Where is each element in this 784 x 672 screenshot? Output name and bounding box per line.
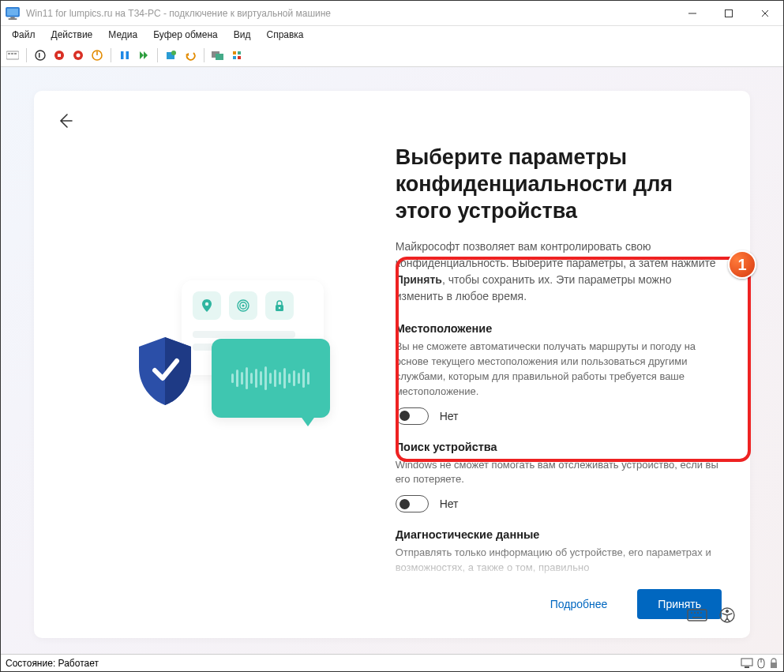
menu-help[interactable]: Справка: [258, 28, 311, 42]
menu-bar: Файл Действие Медиа Буфер обмена Вид Спр…: [1, 26, 783, 43]
settings-list: Местоположение Вы не сможете автоматичес…: [396, 314, 722, 581]
svg-rect-2: [10, 17, 14, 18]
status-bar: Состояние: Работает: [1, 654, 783, 671]
svg-rect-8: [6, 51, 19, 59]
svg-rect-31: [233, 56, 236, 59]
svg-point-25: [171, 51, 176, 55]
svg-marker-22: [140, 51, 144, 59]
checkpoint-button[interactable]: [164, 48, 178, 62]
status-label: Состояние:: [6, 658, 55, 669]
setting-description: Windows не сможет помогать вам отслежива…: [396, 458, 722, 488]
find-device-toggle[interactable]: [396, 495, 429, 512]
svg-rect-47: [741, 659, 752, 666]
status-monitor-icon: [741, 658, 753, 669]
window-title: Win11 for lumpics.ru на T34-PC - подключ…: [26, 8, 674, 19]
toggle-state-label: Нет: [440, 410, 459, 422]
oobe-panel: Выберите параметры конфиденциальности дл…: [34, 91, 750, 638]
location-toggle[interactable]: [396, 407, 429, 425]
svg-rect-30: [238, 51, 241, 54]
setting-title: Местоположение: [396, 322, 722, 335]
enhanced-session-button[interactable]: [211, 48, 225, 62]
vm-display: Выберите параметры конфиденциальности дл…: [1, 67, 783, 654]
svg-rect-11: [14, 53, 17, 54]
svg-rect-15: [58, 54, 61, 57]
app-icon: [6, 7, 20, 20]
svg-point-12: [36, 51, 45, 60]
intro-text: Майкрософт позволяет вам контролировать …: [396, 238, 722, 305]
start-button[interactable]: [33, 48, 47, 62]
svg-rect-9: [8, 53, 10, 54]
svg-rect-3: [9, 18, 17, 20]
shield-check-icon: [134, 336, 196, 407]
svg-rect-48: [745, 666, 749, 668]
pause-button[interactable]: [118, 48, 132, 62]
status-lock-icon: [769, 658, 778, 669]
svg-point-33: [205, 302, 208, 305]
svg-point-46: [726, 610, 728, 612]
menu-action[interactable]: Действие: [43, 28, 101, 42]
svg-rect-39: [688, 610, 707, 621]
menu-view[interactable]: Вид: [226, 28, 259, 42]
svg-rect-32: [238, 56, 241, 59]
annotation-badge: 1: [728, 250, 756, 279]
svg-rect-10: [11, 53, 13, 54]
setting-diagnostics: Диагностические данные Отправлять только…: [396, 520, 722, 581]
svg-point-38: [279, 306, 281, 309]
reset-button[interactable]: [137, 48, 151, 62]
share-button[interactable]: [230, 48, 244, 62]
svg-rect-13: [39, 53, 40, 58]
svg-rect-20: [121, 51, 124, 59]
window-titlebar: Win11 for lumpics.ru на T34-PC - подключ…: [1, 1, 783, 26]
setting-description: Отправлять только информацию об устройст…: [396, 546, 722, 576]
location-pin-icon: [193, 291, 221, 320]
setting-title: Поиск устройства: [396, 441, 722, 453]
menu-clipboard[interactable]: Буфер обмена: [145, 28, 226, 42]
setting-find-device: Поиск устройства Windows не сможет помог…: [396, 433, 722, 521]
vm-toolbar: [1, 43, 783, 67]
svg-point-36: [242, 304, 244, 306]
toggle-state-label: Нет: [440, 497, 459, 510]
save-button[interactable]: [90, 48, 104, 62]
status-mouse-icon: [756, 658, 766, 669]
learn-more-button[interactable]: Подробнее: [530, 589, 628, 619]
status-value: Работает: [58, 658, 99, 669]
minimize-button[interactable]: [674, 1, 711, 25]
maximize-button[interactable]: [711, 1, 747, 25]
accessibility-icon[interactable]: [718, 606, 736, 627]
svg-rect-21: [126, 51, 129, 59]
svg-rect-5: [726, 9, 733, 17]
svg-rect-29: [233, 51, 236, 54]
svg-point-17: [77, 53, 81, 57]
svg-rect-1: [7, 8, 18, 15]
padlock-icon: [265, 291, 294, 320]
illustration: [62, 113, 396, 624]
close-button[interactable]: [747, 1, 783, 25]
setting-title: Диагностические данные: [396, 528, 722, 541]
setting-description: Вы не сможете автоматически получать мар…: [396, 340, 722, 399]
shutdown-button[interactable]: [71, 48, 85, 62]
page-heading: Выберите параметры конфиденциальности дл…: [396, 145, 722, 224]
menu-file[interactable]: Файл: [4, 28, 43, 42]
setting-location: Местоположение Вы не сможете автоматичес…: [396, 314, 722, 432]
svg-rect-28: [216, 54, 223, 60]
revert-button[interactable]: [183, 48, 197, 62]
svg-rect-51: [771, 663, 777, 668]
fingerprint-icon: [229, 291, 257, 320]
svg-marker-23: [144, 51, 148, 59]
menu-media[interactable]: Медиа: [100, 28, 145, 42]
ctrl-alt-del-button[interactable]: [6, 48, 20, 62]
turnoff-button[interactable]: [52, 48, 66, 62]
back-button[interactable]: [54, 111, 73, 130]
keyboard-icon[interactable]: [687, 606, 707, 627]
